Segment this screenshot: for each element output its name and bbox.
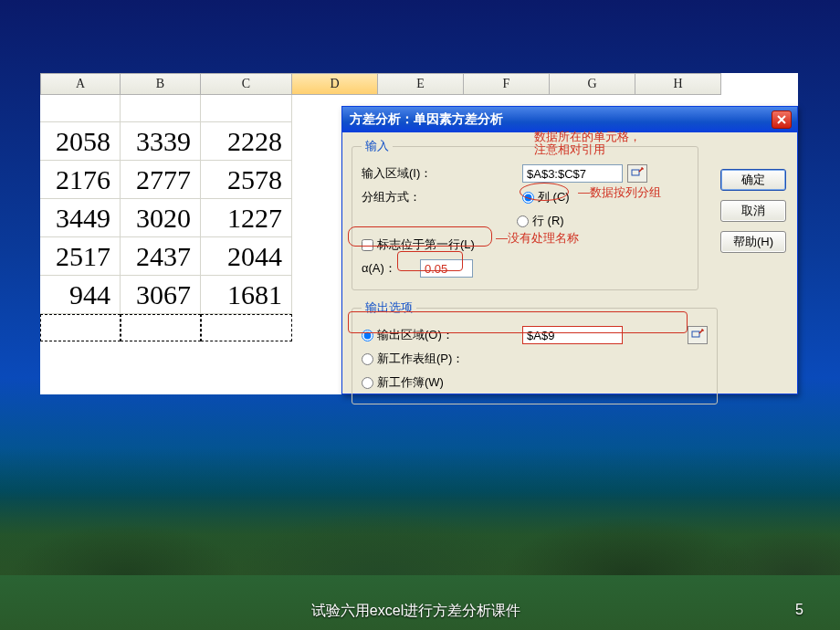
spreadsheet-rows: 2058 3339 2228 2176 2777 2578 3449 3020 … [40,95,292,341]
annotation-group-col: —数据按列分组 [578,184,661,201]
new-workbook-line: 新工作簿(W) [362,371,708,394]
footer-text: 试验六用excel进行方差分析课件 [311,602,520,621]
col-header-D[interactable]: D [292,73,378,95]
col-header-H[interactable]: H [635,73,721,95]
dialog-titlebar[interactable]: 方差分析：单因素方差分析 [342,107,797,132]
cell[interactable] [121,95,201,122]
col-header-C[interactable]: C [201,73,292,95]
radio-new-worksheet-input[interactable] [362,353,373,365]
cell[interactable]: 2058 [40,122,121,161]
dialog-body: 数据所在的单元格， 注意相对引用 输入 输入区域(I)： 分组方式： 列 (C) [342,132,797,419]
table-row: 2058 3339 2228 [40,122,292,161]
col-header-F[interactable]: F [464,73,550,95]
radio-new-workbook-input[interactable] [362,377,373,389]
annotation-circle-column [520,183,569,201]
col-header-E[interactable]: E [378,73,464,95]
cell[interactable] [121,314,201,341]
range-selector-button[interactable] [627,164,647,183]
range-selector-icon [631,167,644,180]
cancel-button[interactable]: 取消 [720,200,786,222]
cell[interactable] [40,314,121,341]
annotation-box-alpha [397,251,463,271]
cell[interactable]: 2777 [121,161,201,199]
table-row: 944 3067 1681 [40,276,292,314]
cell[interactable]: 2044 [201,237,292,276]
cell[interactable]: 3067 [121,276,201,314]
svg-rect-0 [632,170,639,175]
help-button[interactable]: 帮助(H) [720,231,786,253]
radio-new-worksheet[interactable]: 新工作表组(P)： [362,351,464,367]
close-button[interactable] [772,110,792,129]
radio-row[interactable]: 行 (R) [517,213,564,229]
dialog-buttons: 确定 取消 帮助(H) [720,169,786,253]
annotation-box-output [348,311,688,333]
radio-new-workbook[interactable]: 新工作簿(W) [362,374,444,391]
col-header-B[interactable]: B [121,73,201,95]
cell[interactable] [201,314,292,341]
radio-new-worksheet-label: 新工作表组(P)： [377,351,464,367]
background-mountains [0,447,840,575]
input-range-line: 输入区域(I)： [362,162,688,185]
slide-footer: 试验六用excel进行方差分析课件 5 [0,602,840,621]
svg-rect-1 [692,331,699,337]
close-icon [777,115,786,124]
dialog-title: 方差分析：单因素方差分析 [350,111,503,128]
anova-dialog: 方差分析：单因素方差分析 数据所在的单元格， 注意相对引用 输入 输入区域(I)… [341,106,798,394]
cell[interactable]: 1227 [201,199,292,237]
spreadsheet: A B C D E F G H 2058 3339 2228 2176 2777 [40,73,798,95]
annotation-box-firstrow [348,226,492,247]
cell[interactable]: 944 [40,276,121,314]
cell[interactable]: 2176 [40,161,121,199]
output-fieldset: 输出选项 输出区域(O)： 新工作表组(P)： [352,299,718,404]
annotation-cell-ref: 数据所在的单元格， 注意相对引用 [534,131,641,156]
input-range-label: 输入区域(I)： [362,165,517,182]
cell[interactable] [40,95,121,122]
cell[interactable]: 3449 [40,199,121,237]
input-fieldset: 输入 输入区域(I)： 分组方式： 列 (C) —数据按列分组 [352,138,698,290]
cell[interactable] [201,95,292,122]
column-headers: A B C D E F G H [40,73,798,95]
cell[interactable]: 3339 [121,122,201,161]
col-header-A[interactable]: A [40,73,121,95]
page-number: 5 [795,602,803,621]
cell[interactable]: 1681 [201,276,292,314]
cell[interactable]: 3020 [121,199,201,237]
ok-button[interactable]: 确定 [720,169,786,191]
cell[interactable]: 2578 [201,161,292,199]
annotation-no-label: —没有处理名称 [496,230,579,247]
radio-new-workbook-label: 新工作簿(W) [377,374,444,391]
table-row [40,95,292,122]
radio-row-label: 行 (R) [532,213,564,229]
cell[interactable]: 2228 [201,122,292,161]
table-row: 2517 2437 2044 [40,237,292,276]
table-row: 3449 3020 1227 [40,199,292,237]
table-row-selected [40,314,292,341]
group-method-label: 分组方式： [362,189,517,205]
cell[interactable]: 2437 [121,237,201,276]
input-range-field[interactable] [522,164,623,183]
input-legend: 输入 [362,138,393,154]
radio-row-input[interactable] [517,215,529,227]
output-range-selector-button[interactable] [688,326,708,344]
new-worksheet-line: 新工作表组(P)： [362,347,708,371]
range-selector-icon [691,329,704,341]
cell[interactable]: 2517 [40,237,121,276]
table-row: 2176 2777 2578 [40,161,292,199]
col-header-G[interactable]: G [550,73,635,95]
